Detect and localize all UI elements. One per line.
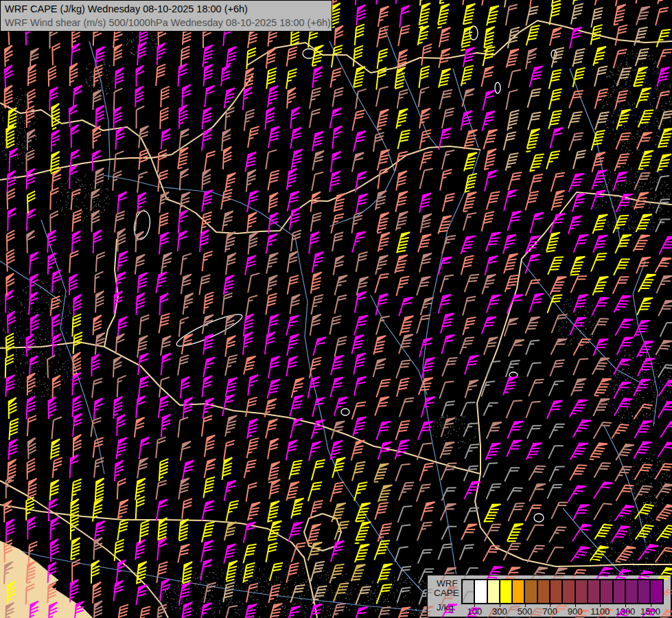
title-box: WRF CAPE (J/kg) Wednesday 08-10-2025 18:… <box>0 0 332 32</box>
legend-variable-label: CAPE <box>434 588 459 598</box>
legend-cell <box>474 580 487 604</box>
title-cape: WRF CAPE (J/kg) Wednesday 08-10-2025 18:… <box>5 2 327 16</box>
legend-units-label: J/kg <box>437 602 454 613</box>
legend-tick-label: 1500 <box>636 606 666 617</box>
legend-cell <box>462 580 474 604</box>
legend-cell <box>588 580 600 604</box>
legend-cell <box>500 580 512 604</box>
legend-cell <box>537 580 550 604</box>
legend-cell <box>575 580 588 604</box>
legend-cell <box>613 580 625 604</box>
legend-cell <box>524 580 537 604</box>
legend-cell <box>487 580 500 604</box>
legend-cell <box>550 580 562 604</box>
legend-cell <box>625 580 638 604</box>
title-wind-shear: WRF Wind shear (m/s) 500/1000hPa Wednesd… <box>5 16 327 30</box>
legend-colorbar <box>461 579 664 604</box>
wind-barb-map <box>0 0 672 618</box>
cape-legend: WRF CAPE J/kg 10030050070090011001300150… <box>427 575 671 617</box>
legend-cell <box>600 580 612 604</box>
legend-cell <box>638 580 650 604</box>
legend-cell <box>650 580 662 604</box>
weather-map-stage: WRF CAPE (J/kg) Wednesday 08-10-2025 18:… <box>0 0 672 618</box>
legend-cell <box>562 580 575 604</box>
legend-model-label: WRF <box>437 578 458 588</box>
legend-cell <box>512 580 524 604</box>
